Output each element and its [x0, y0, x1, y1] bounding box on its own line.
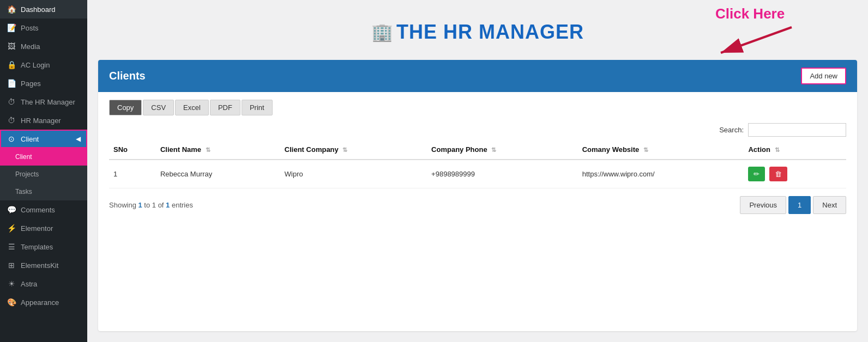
table-row: 1 Rebecca Murray Wipro +9898989999 https… [109, 160, 846, 188]
add-new-button[interactable]: Add new [801, 68, 846, 84]
templates-icon: ☰ [7, 242, 16, 251]
posts-icon: 📝 [7, 23, 16, 32]
cell-client-name: Rebecca Murray [156, 160, 280, 188]
page-1-button[interactable]: 1 [788, 196, 811, 214]
submenu-projects-label: Projects [15, 170, 39, 178]
card-title: Clients [109, 70, 146, 82]
sidebar-item-elementskit[interactable]: ⊞ ElementsKit [0, 256, 87, 274]
excel-button[interactable]: Excel [175, 100, 209, 115]
search-input[interactable] [748, 123, 846, 137]
previous-button[interactable]: Previous [740, 196, 786, 214]
sidebar-label-ac-login: AC Login [21, 61, 50, 69]
sort-company-website-icon[interactable]: ⇅ [643, 146, 648, 153]
sidebar-label-media: Media [21, 42, 40, 51]
sidebar-item-astra[interactable]: ☀ Astra [0, 274, 87, 293]
cell-company-phone: +9898989999 [427, 160, 578, 188]
sidebar-label-posts: Posts [21, 24, 39, 32]
sidebar-item-comments[interactable]: 💬 Comments [0, 200, 87, 219]
sidebar-label-templates: Templates [21, 243, 53, 251]
sidebar-item-client[interactable]: ⊙ Client ◀ [0, 130, 87, 148]
edit-button[interactable]: ✏ [748, 167, 765, 181]
sidebar-label-client: Client [21, 135, 39, 143]
click-here-area: Click Here [715, 5, 803, 57]
logo-building-icon: 🏢 [371, 22, 393, 42]
showing-text: Showing 1 to 1 of 1 entries [109, 201, 193, 209]
sidebar-label-elementskit: ElementsKit [21, 261, 58, 270]
sidebar-item-hr-manager[interactable]: ⏱ HR Manager [0, 111, 87, 130]
card-header: Clients Add new [98, 60, 857, 92]
sidebar-submenu-projects-item[interactable]: Projects [0, 166, 87, 183]
logo-area: 🏢 THE HR MANAGER [371, 21, 584, 44]
sidebar-label-hr-manager: HR Manager [21, 117, 61, 125]
sidebar-label-astra: Astra [21, 280, 37, 288]
click-here-label: Click Here [715, 5, 785, 22]
csv-button[interactable]: CSV [143, 100, 174, 115]
sort-action-icon[interactable]: ⇅ [775, 146, 780, 153]
sidebar-label-elementor: Elementor [21, 224, 53, 233]
sidebar-submenu-tasks-item[interactable]: Tasks [0, 183, 87, 200]
sidebar-label-the-hr-manager: The HR Manager [21, 98, 75, 106]
sort-client-company-icon[interactable]: ⇅ [342, 146, 347, 153]
col-action: Action ⇅ [744, 140, 846, 160]
comments-icon: 💬 [7, 205, 16, 214]
cell-sno: 1 [109, 160, 156, 188]
pagination: Previous 1 Next [740, 196, 846, 214]
sidebar-item-posts[interactable]: 📝 Posts [0, 19, 87, 37]
cell-action: ✏ 🗑 [744, 160, 846, 188]
search-bar: Search: [98, 120, 857, 140]
main-content: 🏢 THE HR MANAGER Click Here Clients Add … [87, 0, 868, 342]
media-icon: 🖼 [7, 42, 16, 51]
sort-client-name-icon[interactable]: ⇅ [206, 146, 210, 153]
cell-client-company: Wipro [280, 160, 427, 188]
table-header-row: SNo Client Name ⇅ Client Company ⇅ Compa… [109, 140, 846, 160]
col-sno: SNo [109, 140, 156, 160]
pages-icon: 📄 [7, 79, 16, 88]
sort-company-phone-icon[interactable]: ⇅ [491, 146, 496, 153]
submenu-client-label: Client [15, 153, 32, 161]
sidebar-item-appearance[interactable]: 🎨 Appearance [0, 293, 87, 312]
copy-button[interactable]: Copy [109, 100, 142, 115]
sidebar-item-the-hr-manager[interactable]: ⏱ The HR Manager [0, 93, 87, 111]
ac-login-icon: 🔒 [7, 60, 16, 69]
delete-button[interactable]: 🗑 [769, 167, 787, 181]
col-company-phone: Company Phone ⇅ [427, 140, 578, 160]
cell-company-website: https://www.wipro.com/ [578, 160, 744, 188]
header-area: 🏢 THE HR MANAGER Click Here [87, 0, 868, 60]
print-button[interactable]: Print [242, 100, 273, 115]
sidebar: 🏠 Dashboard 📝 Posts 🖼 Media 🔒 AC Login 📄… [0, 0, 87, 342]
sidebar-item-templates[interactable]: ☰ Templates [0, 237, 87, 256]
elementor-icon: ⚡ [7, 224, 16, 233]
hr-manager2-icon: ⏱ [7, 116, 16, 125]
col-company-website: Comany Website ⇅ [578, 140, 744, 160]
dashboard-icon: 🏠 [7, 5, 16, 14]
search-label: Search: [719, 126, 744, 134]
col-client-company: Client Company ⇅ [280, 140, 427, 160]
sidebar-item-elementor[interactable]: ⚡ Elementor [0, 219, 87, 237]
astra-icon: ☀ [7, 279, 16, 288]
sidebar-item-ac-login[interactable]: 🔒 AC Login [0, 56, 87, 74]
toolbar: Copy CSV Excel PDF Print [98, 92, 857, 120]
sidebar-item-pages[interactable]: 📄 Pages [0, 74, 87, 93]
pdf-button[interactable]: PDF [210, 100, 240, 115]
sidebar-label-dashboard: Dashboard [21, 5, 56, 14]
client-icon: ⊙ [7, 135, 16, 143]
submenu-tasks-label: Tasks [15, 188, 32, 196]
click-here-arrow-icon [715, 25, 803, 57]
sidebar-submenu-client: Client Projects Tasks [0, 148, 87, 200]
sidebar-label-pages: Pages [21, 80, 41, 88]
logo-text: THE HR MANAGER [396, 21, 584, 44]
content-card: Clients Add new Copy CSV Excel PDF Print… [98, 60, 857, 331]
hr-manager-icon: ⏱ [7, 97, 16, 106]
next-button[interactable]: Next [813, 196, 846, 214]
sidebar-item-media[interactable]: 🖼 Media [0, 37, 87, 56]
sidebar-submenu-client-item[interactable]: Client [0, 148, 87, 166]
sidebar-label-comments: Comments [21, 206, 55, 214]
table-footer: Showing 1 to 1 of 1 entries Previous 1 N… [98, 188, 857, 222]
col-client-name: Client Name ⇅ [156, 140, 280, 160]
svg-line-1 [721, 27, 792, 53]
sidebar-label-appearance: Appearance [21, 298, 59, 307]
appearance-icon: 🎨 [7, 298, 16, 307]
client-arrow-icon: ◀ [76, 135, 81, 143]
sidebar-item-dashboard[interactable]: 🏠 Dashboard [0, 0, 87, 19]
clients-table: SNo Client Name ⇅ Client Company ⇅ Compa… [109, 140, 846, 188]
